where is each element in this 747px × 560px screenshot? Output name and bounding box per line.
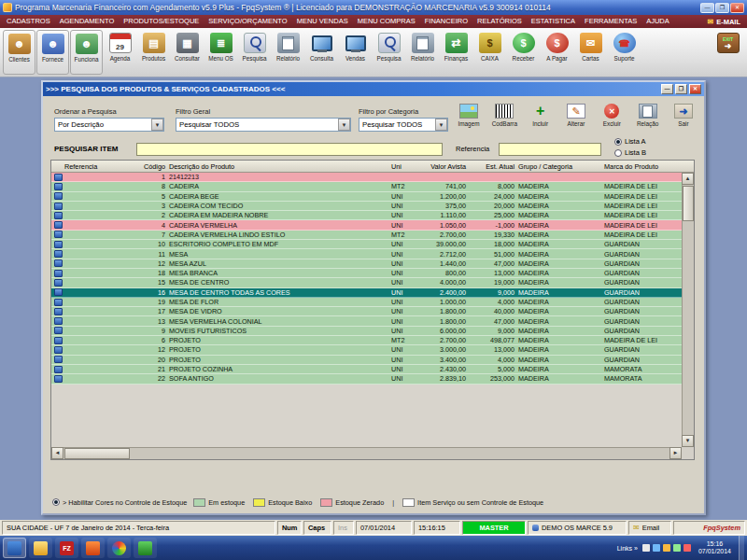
- row-image-icon[interactable]: [54, 279, 63, 287]
- row-image-icon[interactable]: [54, 317, 63, 325]
- toolbar-relat-rio-button[interactable]: Relatório: [272, 30, 304, 75]
- chevron-down-icon[interactable]: ▼: [338, 119, 350, 131]
- toolbar-a-pagar-button[interactable]: A Pagar: [541, 30, 573, 75]
- table-row[interactable]: 10ESCRITORIO COMPLETO EM MDFUNI39.000,00…: [51, 240, 682, 249]
- legend-toggle[interactable]: > Habilitar Cores no Controle de Estoque: [52, 498, 187, 507]
- explorer-icon[interactable]: [29, 538, 52, 558]
- table-row[interactable]: 11MESAUNI2.712,0051,000MADEIRAGUARDIAN: [51, 249, 682, 259]
- media-icon[interactable]: [81, 538, 105, 558]
- radio-lista-b[interactable]: Lista B: [614, 148, 646, 157]
- maximize-button[interactable]: ❐: [715, 3, 729, 13]
- menu-item-menu-compras[interactable]: MENU COMPRAS: [353, 15, 420, 28]
- toolbar-caixa-button[interactable]: CAIXA: [473, 30, 506, 75]
- toolbar-suporte-button[interactable]: Suporte: [608, 30, 641, 75]
- inner-titlebar[interactable]: >>> PESQUISA DOS PRODUTOS & SERVIÇOS CAD…: [43, 82, 704, 96]
- toolbar-produtos-button[interactable]: Produtos: [137, 30, 170, 75]
- menu-item-relat-rios[interactable]: RELATÓRIOS: [472, 15, 527, 28]
- row-image-icon[interactable]: [54, 231, 63, 238]
- order-filter-select[interactable]: Por Descrição ▼: [54, 118, 164, 132]
- row-image-icon[interactable]: [54, 174, 63, 181]
- table-row[interactable]: 15MESA DE CENTROUNI4.000,0019,000MADEIRA…: [51, 278, 682, 287]
- toolbar-exit-button[interactable]: [712, 30, 744, 75]
- menu-item-agendamento[interactable]: AGENDAMENTO: [55, 15, 120, 28]
- row-image-icon[interactable]: [54, 183, 63, 190]
- column-header-c-digo[interactable]: Código: [113, 162, 167, 171]
- hscroll-thumb[interactable]: [64, 448, 130, 459]
- row-image-icon[interactable]: [54, 270, 63, 277]
- table-row[interactable]: 22SOFA ANTIGOUNI2.839,10253,000MADEIRAMA…: [51, 374, 682, 384]
- toolbar-vendas-button[interactable]: Vendas: [339, 30, 372, 75]
- alterar-button[interactable]: Alterar: [559, 102, 593, 127]
- toolbar-finan-as-button[interactable]: Finanças: [440, 30, 472, 75]
- messenger-icon[interactable]: [134, 538, 157, 558]
- row-image-icon[interactable]: [54, 250, 63, 258]
- column-header-descri-o-do-produto[interactable]: Descrição do Produto: [167, 162, 389, 171]
- general-filter-select[interactable]: Pesquisar TODOS ▼: [176, 118, 351, 132]
- tray-icon-2[interactable]: [653, 544, 660, 552]
- table-row[interactable]: 18MESA BRANCAUNI800,0013,000MADEIRAGUARD…: [51, 269, 682, 278]
- toolbar-relat-rio-button[interactable]: Relatório: [406, 30, 439, 75]
- row-image-icon[interactable]: [54, 375, 63, 383]
- menu-item-financeiro[interactable]: FINANCEIRO: [420, 15, 472, 28]
- table-row[interactable]: 9MOVEIS FUTURISTICOSUNI6.000,009,000MADE…: [51, 327, 682, 336]
- row-image-icon[interactable]: [54, 308, 63, 315]
- close-button[interactable]: ✕: [730, 3, 744, 13]
- row-image-icon[interactable]: [54, 259, 63, 267]
- table-row[interactable]: 17MESA DE VIDROUNI1.800,0040,000MADEIRAG…: [51, 307, 682, 316]
- taskbar-clock[interactable]: 15:16 07/01/2014: [696, 540, 734, 556]
- table-row[interactable]: 8CADEIRAMT2741,008,000MADEIRAMADEIRA DE …: [51, 182, 682, 191]
- row-image-icon[interactable]: [54, 241, 63, 248]
- row-image-icon[interactable]: [54, 327, 63, 334]
- column-header-valor-avista[interactable]: Valor Avista: [414, 162, 468, 171]
- excluir-button[interactable]: Excluir: [595, 102, 628, 127]
- reference-input[interactable]: [499, 143, 601, 156]
- codbarra-button[interactable]: CodBarra: [487, 102, 521, 127]
- row-image-icon[interactable]: [54, 192, 63, 200]
- row-image-icon[interactable]: [54, 366, 63, 373]
- taskbar-links[interactable]: Links»: [617, 545, 638, 552]
- toolbar-pesquisa-button[interactable]: Pesquisa: [238, 30, 271, 75]
- show-desktop-button[interactable]: [739, 536, 744, 560]
- table-row[interactable]: 12PROJETOUNI3.000,0013,000MADEIRAGUARDIA…: [51, 345, 682, 355]
- menu-item-servi-o-or-amento[interactable]: SERVIÇO/ORÇAMENTO: [204, 15, 291, 28]
- inner-close-button[interactable]: ✕: [689, 84, 701, 94]
- incluir-button[interactable]: Incluir: [524, 102, 557, 127]
- filezilla-icon[interactable]: FZ: [55, 538, 78, 558]
- table-row[interactable]: 5CADEIRA BEGEUNI1.200,0024,000MADEIRAMAD…: [51, 192, 682, 202]
- row-image-icon[interactable]: [54, 203, 63, 210]
- toolbar-cartas-button[interactable]: Cartas: [574, 30, 607, 75]
- sair-button[interactable]: Sair: [667, 102, 700, 127]
- menu-item-cadastros[interactable]: CADASTROS: [2, 15, 55, 28]
- row-image-icon[interactable]: [54, 288, 63, 296]
- table-row[interactable]: 21PROJETO COZINHAUNI2.430,005,000MADEIRA…: [51, 365, 682, 374]
- chevron-down-icon[interactable]: ▼: [435, 119, 447, 131]
- table-row[interactable]: 2CADEIRA EM MADEIRA NOBREUNI1.110,0025,0…: [51, 211, 682, 220]
- chevron-down-icon[interactable]: ▼: [151, 119, 163, 131]
- minimize-button[interactable]: —: [700, 3, 714, 13]
- menu-item-estatistica[interactable]: ESTATISTICA: [527, 15, 580, 28]
- toolbar-agenda-button[interactable]: Agenda: [104, 30, 136, 75]
- toolbar-pesquisa-button[interactable]: Pesquisa: [373, 30, 405, 75]
- grid-hscrollbar[interactable]: ◄ ►: [51, 447, 682, 459]
- column-header-grupo-categoria[interactable]: Grupo / Categoria: [516, 162, 602, 171]
- table-row[interactable]: 3CADEIRA COM TECIDOUNI375,0020,000MADEIR…: [51, 202, 682, 211]
- menu-item-produtos-estoque[interactable]: PRODUTOS/ESTOQUE: [119, 15, 204, 28]
- tray-icon-5[interactable]: [684, 544, 691, 552]
- menu-email[interactable]: ✉ E-MAIL: [702, 18, 745, 26]
- toolbar-funciona-button[interactable]: Funciona: [70, 30, 103, 75]
- menu-item-ajuda[interactable]: AJUDA: [641, 15, 674, 28]
- row-image-icon[interactable]: [54, 212, 63, 219]
- imagem-button[interactable]: Imagem: [452, 102, 486, 127]
- column-header-est-atual[interactable]: Est. Atual: [468, 162, 516, 171]
- scroll-left-icon[interactable]: ◄: [51, 447, 63, 459]
- fpqsystem-icon[interactable]: [3, 538, 26, 558]
- tray-icon-1[interactable]: [642, 544, 650, 552]
- toolbar-receber-button[interactable]: Receber: [507, 30, 540, 75]
- table-row[interactable]: 13MESA VERMELHA COLONIALUNI1.800,0047,00…: [51, 316, 682, 326]
- rela-o-button[interactable]: Relação: [631, 102, 665, 127]
- menu-item-ferramentas[interactable]: FERRAMENTAS: [580, 15, 641, 28]
- toolbar-consultar-button[interactable]: Consultar: [171, 30, 204, 75]
- category-filter-select[interactable]: Pesquisar TODOS ▼: [359, 118, 448, 132]
- row-image-icon[interactable]: [54, 221, 63, 229]
- toolbar-consulta-button[interactable]: Consulta: [305, 30, 338, 75]
